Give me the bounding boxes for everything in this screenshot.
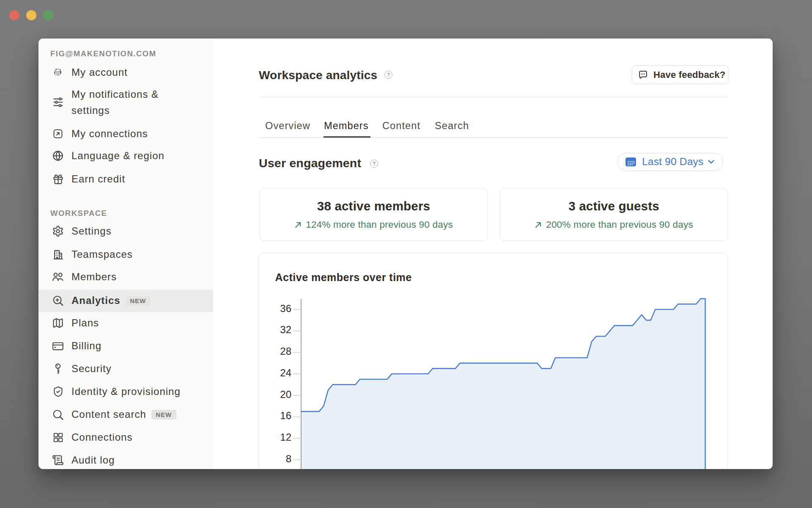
svg-text:16: 16: [280, 410, 291, 421]
svg-text:8: 8: [286, 453, 291, 464]
svg-text:12: 12: [280, 431, 291, 443]
svg-text:32: 32: [280, 324, 291, 335]
svg-text:28: 28: [280, 345, 291, 357]
svg-text:24: 24: [280, 367, 291, 378]
svg-text:20: 20: [280, 389, 291, 400]
svg-text:36: 36: [280, 303, 291, 314]
